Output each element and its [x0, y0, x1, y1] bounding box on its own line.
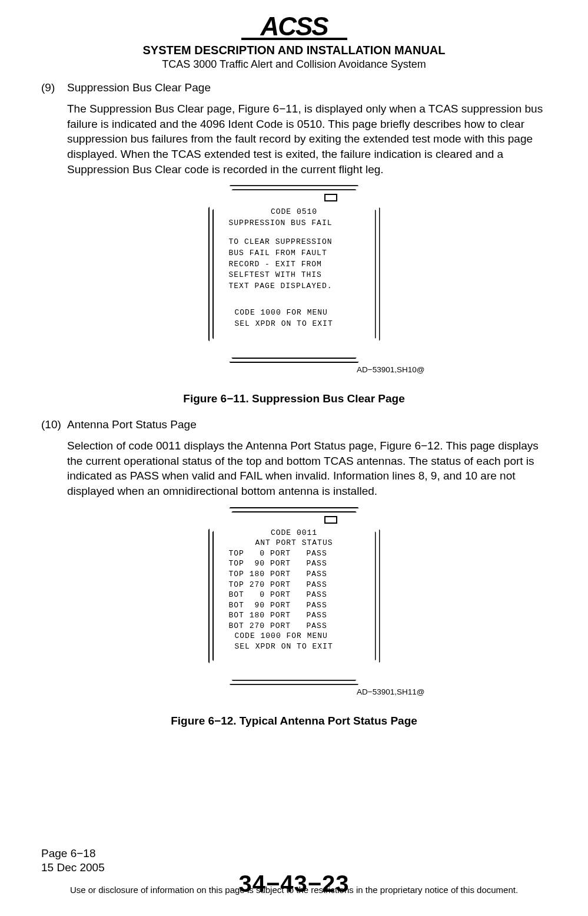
f12-line2: ANT PORT STATUS [229, 538, 360, 548]
f12-line10: BOT 270 PORT PASS [229, 621, 360, 631]
page-footer: Page 6−18 15 Dec 2005 34−43−23 Use or di… [41, 846, 547, 895]
section-10-body: Selection of code 0011 displays the Ante… [67, 438, 547, 499]
display-bezel-outer: CODE 0510 SUPPRESSION BUS FAIL TO CLEAR … [208, 185, 380, 363]
connector-icon-2 [324, 516, 337, 524]
f11-line7: TEXT PAGE DISPLAYED. [229, 281, 360, 292]
f11-line1: CODE 0510 [229, 207, 360, 218]
doc-title: SYSTEM DESCRIPTION AND INSTALLATION MANU… [41, 44, 547, 57]
figure-6-11: CODE 0510 SUPPRESSION BUS FAIL TO CLEAR … [41, 185, 547, 376]
f12-line8: BOT 90 PORT PASS [229, 600, 360, 611]
f11-line6: SELFTEST WITH THIS [229, 270, 360, 281]
footer-left: Page 6−18 15 Dec 2005 [41, 846, 105, 875]
figure-11-ref: AD−53901,SH10@ [357, 365, 424, 374]
f12-line1: CODE 0011 [229, 528, 360, 538]
section-10-number: (10) [41, 418, 67, 431]
doc-subtitle: TCAS 3000 Traffic Alert and Collision Av… [41, 58, 547, 71]
footer-docnum: 34−43−23 [238, 871, 349, 897]
figure-12-ref: AD−53901,SH11@ [357, 687, 424, 696]
display-bezel-inner-2: CODE 0011 ANT PORT STATUS TOP 0 PORT PAS… [212, 511, 376, 681]
f12-line6: TOP 270 PORT PASS [229, 580, 360, 590]
figure-12-caption: Figure 6−12. Typical Antenna Port Status… [41, 715, 547, 727]
f11-line5: RECORD - EXIT FROM [229, 259, 360, 270]
section-9-number: (9) [41, 81, 67, 94]
display-bezel-outer-2: CODE 0011 ANT PORT STATUS TOP 0 PORT PAS… [208, 507, 380, 685]
section-9-heading: (9) Suppression Bus Clear Page [41, 81, 547, 94]
display-panel-2: CODE 0011 ANT PORT STATUS TOP 0 PORT PAS… [208, 507, 380, 685]
f12-line11: CODE 1000 FOR MENU [229, 631, 360, 641]
f11-line2: SUPPRESSION BUS FAIL [229, 218, 360, 229]
section-9-body: The Suppression Bus Clear page, Figure 6… [67, 101, 547, 177]
section-10-title: Antenna Port Status Page [67, 418, 197, 431]
display-bezel-inner: CODE 0510 SUPPRESSION BUS FAIL TO CLEAR … [212, 189, 376, 359]
display-panel-1: CODE 0510 SUPPRESSION BUS FAIL TO CLEAR … [208, 185, 380, 363]
section-10-heading: (10) Antenna Port Status Page [41, 418, 547, 431]
f11-line9: SEL XPDR ON TO EXIT [229, 319, 360, 330]
logo-text: ACSS [260, 12, 327, 41]
figure-11-caption: Figure 6−11. Suppression Bus Clear Page [41, 392, 547, 405]
f11-line8: CODE 1000 FOR MENU [229, 307, 360, 319]
f11-line3: TO CLEAR SUPPRESSION [229, 237, 360, 248]
f12-line7: BOT 0 PORT PASS [229, 590, 360, 600]
screen-text-2: CODE 0011 ANT PORT STATUS TOP 0 PORT PAS… [229, 528, 360, 652]
f12-line3: TOP 0 PORT PASS [229, 548, 360, 559]
screen-text-1: CODE 0510 SUPPRESSION BUS FAIL TO CLEAR … [229, 207, 360, 330]
f12-line12: SEL XPDR ON TO EXIT [229, 641, 360, 652]
footer-page: Page 6−18 [41, 846, 105, 861]
f12-line5: TOP 180 PORT PASS [229, 569, 360, 580]
connector-icon [324, 194, 337, 201]
f11-line4: BUS FAIL FROM FAULT [229, 248, 360, 259]
footer-date: 15 Dec 2005 [41, 861, 105, 875]
figure-6-12: CODE 0011 ANT PORT STATUS TOP 0 PORT PAS… [41, 507, 547, 698]
f12-line4: TOP 90 PORT PASS [229, 558, 360, 569]
section-9-title: Suppression Bus Clear Page [67, 81, 211, 94]
f12-line9: BOT 180 PORT PASS [229, 610, 360, 621]
header-logo-block: ACSS [41, 12, 547, 40]
